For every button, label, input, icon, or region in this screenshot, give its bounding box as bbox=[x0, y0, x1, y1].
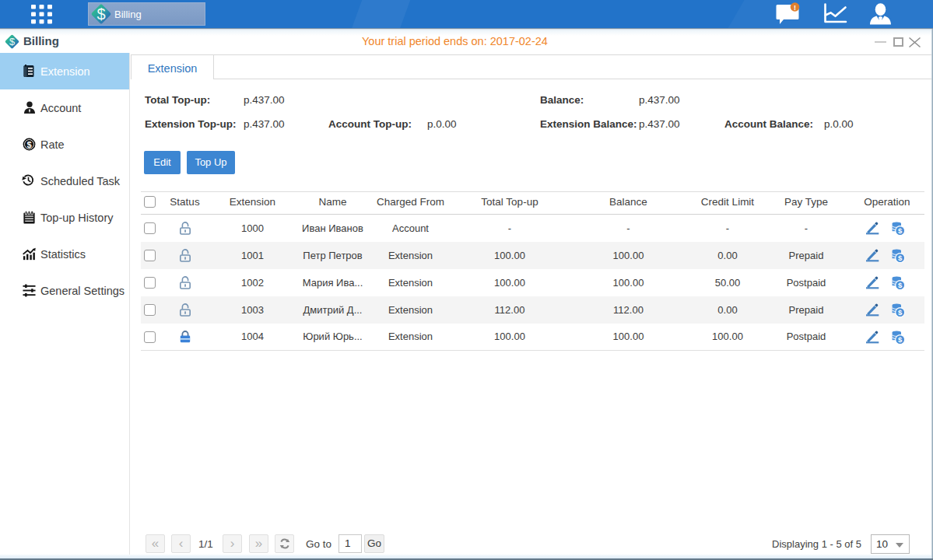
svg-text:$: $ bbox=[9, 36, 15, 47]
svg-text:$: $ bbox=[26, 140, 31, 149]
svg-text:$: $ bbox=[898, 226, 903, 235]
svg-text:$: $ bbox=[96, 5, 105, 23]
svg-text:$: $ bbox=[898, 335, 903, 344]
svg-text:!: ! bbox=[794, 4, 796, 12]
svg-text:$: $ bbox=[898, 308, 903, 317]
svg-text:$: $ bbox=[898, 281, 903, 289]
svg-text:$: $ bbox=[898, 254, 903, 262]
